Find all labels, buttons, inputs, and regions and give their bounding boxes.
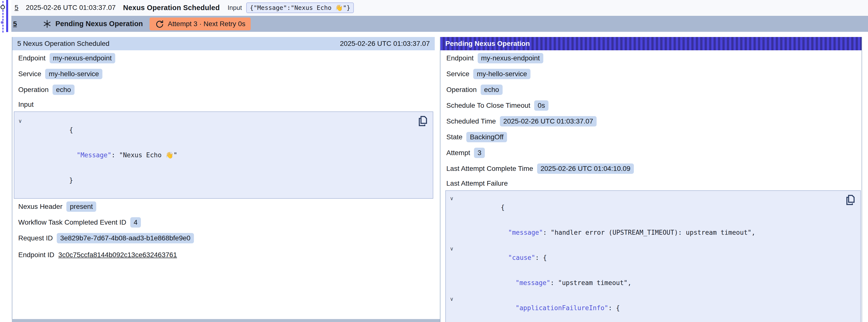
pending-nexus-operation-panel: Pending Nexus Operation Endpoint my-nexu… [440,37,862,322]
scheduled-panel-header: 5 Nexus Operation Scheduled 2025-02-26 U… [12,37,435,50]
event-input-label: Input [228,4,242,11]
field-label: Endpoint ID [18,251,54,259]
field-value-badge: 4 [130,217,141,228]
field-row-state: State BackingOff [446,129,862,145]
field-label: Endpoint [18,54,45,62]
field-row-endpoint: Endpoint my-nexus-endpoint [18,50,435,66]
field-label: Scheduled Time [446,117,496,125]
event-title: Nexus Operation Scheduled [123,4,220,12]
retry-icon [155,20,164,28]
collapse-chevron-icon[interactable]: ∨ [450,194,454,203]
field-value-badge: 2025-02-26 UTC 01:03:37.07 [500,116,597,127]
json-line: "message": "upstream timeout", [446,270,860,295]
field-label: Endpoint [446,54,474,62]
field-value-badge: my-hello-service [45,69,102,79]
copy-icon [418,116,428,127]
next-row-edge-band [12,319,440,322]
collapse-chevron-icon[interactable]: ∨ [18,117,22,125]
field-label: Operation [446,86,477,94]
json-line: "message": "handler error (UPSTREAM_TIME… [446,220,860,245]
field-label: Last Attempt Complete Time [446,165,533,172]
last-attempt-failure-label: Last Attempt Failure [446,176,862,190]
copy-button[interactable] [418,116,428,127]
copy-button[interactable] [845,194,856,205]
field-label: State [446,133,462,141]
field-row-request-id: Request ID 3e829b7e-7d67-4b08-aad3-b1e86… [18,230,435,246]
field-row-last-attempt-complete-time: Last Attempt Complete Time 2025-02-26 UT… [446,161,862,176]
input-json-viewer: ∨{ "Message": "Nexus Echo 👋" } [14,111,433,199]
event-history-detail-screen: 5 2025-02-26 UTC 01:03:37.07 Nexus Opera… [0,0,868,322]
copy-icon [845,194,856,205]
json-line: ∨{ [446,195,860,220]
field-value-badge: my-nexus-endpoint [50,53,115,63]
scheduled-panel-title: 5 Nexus Operation Scheduled [17,40,110,47]
field-row-endpoint: Endpoint my-nexus-endpoint [446,50,862,66]
field-label: Workflow Task Completed Event ID [18,219,126,226]
pending-title: Pending Nexus Operation [56,20,143,28]
field-label: Service [446,70,469,78]
field-value-badge: 2025-02-26 UTC 01:04:10.09 [537,163,634,174]
json-line: } [14,168,433,193]
field-value-badge: my-hello-service [473,69,530,79]
collapse-chevron-icon[interactable]: ∨ [450,245,454,253]
field-row-workflow-task-completed-event-id: Workflow Task Completed Event ID 4 [18,215,435,230]
field-value-badge: echo [480,85,503,95]
field-value-badge: present [66,201,96,212]
pending-nexus-operation-row[interactable]: 5 Pending Nexus Operation Attempt 3 · Ne… [11,16,868,32]
field-label: Service [18,70,41,78]
pending-asterisk-icon [43,20,52,28]
pending-panel-title: Pending Nexus Operation [445,40,530,47]
field-label: Schedule To Close Timeout [446,102,530,109]
event-id-link[interactable]: 5 [14,4,19,11]
attempt-retry-badge: Attempt 3 · Next Retry 0s [150,18,251,30]
timeline-event-dot-active [1,21,4,24]
field-label: Nexus Header [18,203,62,211]
event-row-nexus-operation-scheduled[interactable]: 5 2025-02-26 UTC 01:03:37.07 Nexus Opera… [11,0,868,15]
event-input-preview-chip: {"Message":"Nexus Echo 👋"} [246,2,353,13]
field-row-service: Service my-hello-service [446,66,862,82]
field-row-endpoint-id: Endpoint ID 3c0c75ccfa8144b092c13ce63246… [18,246,435,264]
nexus-operation-scheduled-panel: 5 Nexus Operation Scheduled 2025-02-26 U… [12,37,435,322]
field-row-schedule-to-close-timeout: Schedule To Close Timeout 0s [446,98,862,114]
json-line: ∨"cause": { [446,245,860,270]
field-value-badge: echo [53,85,74,95]
field-value-badge: BackingOff [466,132,507,142]
timeline-event-dot-hollow [0,5,5,9]
failure-json-viewer: ∨{ "message": "handler error (UPSTREAM_T… [445,190,861,322]
json-line: ∨"applicationFailureInfo": { [446,295,860,321]
field-row-nexus-header: Nexus Header present [18,199,435,215]
collapse-chevron-icon[interactable]: ∨ [450,295,454,303]
field-row-operation: Operation echo [18,82,435,98]
field-row-operation: Operation echo [446,82,862,98]
field-value-badge: 3e829b7e-7d67-4b08-aad3-b1e868bfe9e0 [57,233,194,243]
json-line: "Message": "Nexus Echo 👋" [14,142,433,168]
scheduled-panel-timestamp: 2025-02-26 UTC 01:03:37.07 [340,40,430,47]
field-value-badge: my-nexus-endpoint [478,53,543,63]
attempt-retry-text: Attempt 3 · Next Retry 0s [168,20,245,28]
json-line: "type": "NexusFailure" [446,321,860,322]
endpoint-id-link[interactable]: 3c0c75ccfa8144b092c13ce632463761 [58,251,177,259]
field-row-service: Service my-hello-service [18,66,435,82]
field-label: Attempt [446,149,470,157]
input-section-label: Input [18,98,435,111]
field-row-attempt: Attempt 3 [446,145,862,161]
field-label: Operation [18,86,49,94]
json-line: ∨{ [14,117,433,142]
field-label: Request ID [18,234,53,242]
event-timestamp: 2025-02-26 UTC 01:03:37.07 [26,4,116,11]
selected-event-indicator-bar [6,0,8,32]
pending-event-id-link[interactable]: 5 [13,20,17,28]
field-row-scheduled-time: Scheduled Time 2025-02-26 UTC 01:03:37.0… [446,114,862,129]
pending-panel-header: Pending Nexus Operation [440,37,862,50]
field-value-badge: 3 [474,148,485,158]
field-value-badge: 0s [534,100,549,111]
